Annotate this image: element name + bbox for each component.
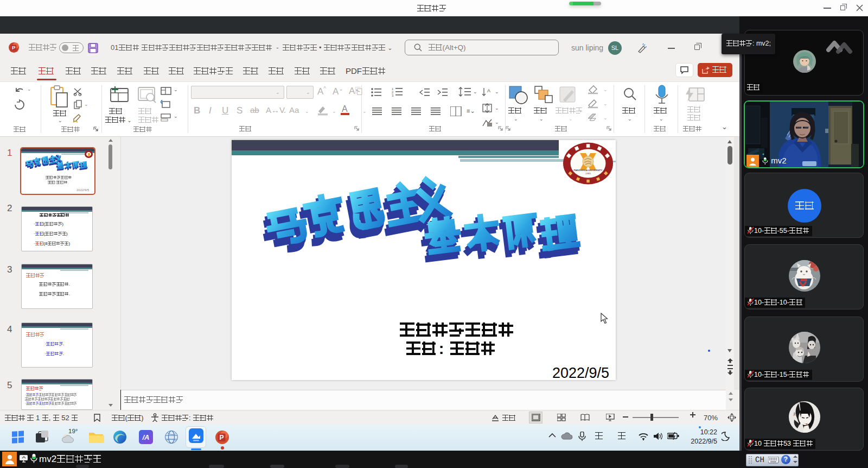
- svg-text:P: P: [219, 434, 224, 441]
- svg-text:/A: /A: [142, 433, 150, 441]
- svg-text:P: P: [12, 45, 16, 50]
